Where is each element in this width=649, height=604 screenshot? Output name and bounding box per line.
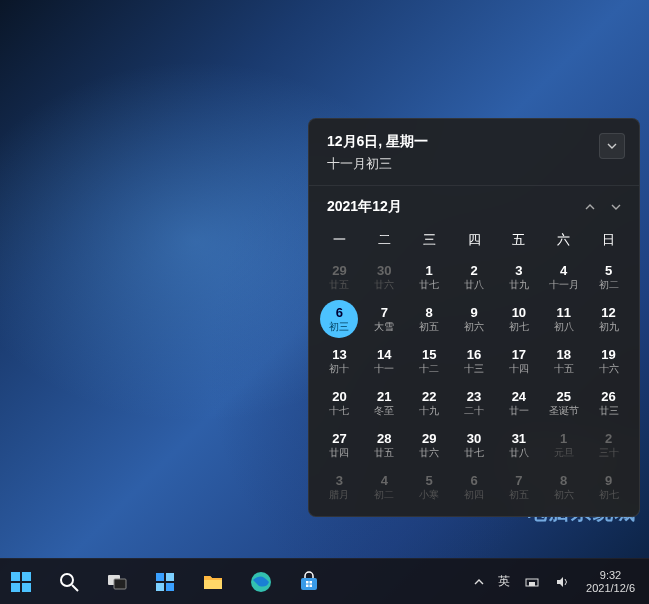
calendar-week-row: 6初三7大雪8初五9初六10初七11初八12初九 — [317, 298, 631, 340]
chevron-up-icon — [585, 203, 595, 211]
widgets-button[interactable] — [144, 562, 186, 602]
calendar-day[interactable]: 25圣诞节 — [541, 382, 586, 424]
calendar-day[interactable]: 2廿八 — [452, 256, 497, 298]
calendar-day-number: 15 — [422, 348, 436, 362]
calendar-day[interactable]: 29廿五 — [317, 256, 362, 298]
calendar-day[interactable]: 6初四 — [452, 466, 497, 508]
calendar-lunar-today: 十一月初三 — [327, 155, 621, 173]
calendar-day[interactable]: 8初五 — [407, 298, 452, 340]
calendar-day[interactable]: 15十二 — [407, 340, 452, 382]
calendar-day-number: 18 — [556, 348, 570, 362]
edge-button[interactable] — [240, 562, 282, 602]
calendar-day[interactable]: 31廿八 — [496, 424, 541, 466]
calendar-day[interactable]: 30廿七 — [452, 424, 497, 466]
calendar-day-lunar: 十七 — [329, 405, 349, 416]
calendar-day-number: 9 — [470, 306, 477, 320]
calendar-day-lunar: 十一 — [374, 363, 394, 374]
file-explorer-button[interactable] — [192, 562, 234, 602]
calendar-day-lunar: 廿九 — [509, 279, 529, 290]
next-month-button[interactable] — [611, 203, 621, 211]
calendar-day-lunar: 初五 — [509, 489, 529, 500]
calendar-day-lunar: 十九 — [419, 405, 439, 416]
network-icon[interactable] — [518, 562, 546, 602]
calendar-day[interactable]: 23二十 — [452, 382, 497, 424]
calendar-day-number: 6 — [470, 474, 477, 488]
svg-rect-14 — [306, 581, 309, 584]
calendar-day[interactable]: 21冬至 — [362, 382, 407, 424]
calendar-day[interactable]: 14十一 — [362, 340, 407, 382]
calendar-day-selected[interactable]: 6初三 — [320, 300, 358, 338]
calendar-day[interactable]: 11初八 — [541, 298, 586, 340]
tray-overflow-button[interactable] — [468, 562, 490, 602]
calendar-dow-cell: 日 — [586, 224, 631, 256]
calendar-date-today[interactable]: 12月6日, 星期一 — [327, 133, 621, 151]
taskbar-pinned-apps — [0, 559, 330, 604]
search-button[interactable] — [48, 562, 90, 602]
folder-icon — [201, 570, 225, 594]
calendar-day-lunar: 初九 — [599, 321, 619, 332]
calendar-day-lunar: 廿五 — [374, 447, 394, 458]
calendar-day[interactable]: 22十九 — [407, 382, 452, 424]
calendar-day-number: 16 — [467, 348, 481, 362]
calendar-day-number: 29 — [332, 264, 346, 278]
calendar-day[interactable]: 4初二 — [362, 466, 407, 508]
calendar-day[interactable]: 7大雪 — [362, 298, 407, 340]
calendar-day[interactable]: 3腊月 — [317, 466, 362, 508]
calendar-day[interactable]: 3廿九 — [496, 256, 541, 298]
calendar-day[interactable]: 20十七 — [317, 382, 362, 424]
calendar-day[interactable]: 12初九 — [586, 298, 631, 340]
calendar-day-lunar: 廿六 — [419, 447, 439, 458]
calendar-day-number: 5 — [605, 264, 612, 278]
calendar-day[interactable]: 29廿六 — [407, 424, 452, 466]
volume-icon[interactable] — [548, 562, 576, 602]
calendar-day-number: 10 — [512, 306, 526, 320]
calendar-day-lunar: 初八 — [554, 321, 574, 332]
calendar-day[interactable]: 1廿七 — [407, 256, 452, 298]
ime-indicator[interactable]: 英 — [492, 562, 516, 602]
collapse-button[interactable] — [599, 133, 625, 159]
calendar-day[interactable]: 16十三 — [452, 340, 497, 382]
calendar-day-number: 22 — [422, 390, 436, 404]
ethernet-icon — [524, 574, 540, 590]
task-view-button[interactable] — [96, 562, 138, 602]
start-button[interactable] — [0, 562, 42, 602]
calendar-day-number: 12 — [601, 306, 615, 320]
calendar-day[interactable]: 17十四 — [496, 340, 541, 382]
calendar-day-lunar: 初六 — [464, 321, 484, 332]
store-button[interactable] — [288, 562, 330, 602]
calendar-day[interactable]: 4十一月 — [541, 256, 586, 298]
calendar-day[interactable]: 28廿五 — [362, 424, 407, 466]
calendar-day[interactable]: 9初六 — [452, 298, 497, 340]
calendar-day[interactable]: 30廿六 — [362, 256, 407, 298]
calendar-day[interactable]: 24廿一 — [496, 382, 541, 424]
calendar-dow-cell: 三 — [407, 224, 452, 256]
taskbar-clock[interactable]: 9:32 2021/12/6 — [578, 562, 643, 602]
calendar-day-number: 30 — [377, 264, 391, 278]
store-icon — [297, 570, 321, 594]
calendar-day-lunar: 十五 — [554, 363, 574, 374]
calendar-day[interactable]: 8初六 — [541, 466, 586, 508]
calendar-day[interactable]: 27廿四 — [317, 424, 362, 466]
calendar-day[interactable]: 1元旦 — [541, 424, 586, 466]
calendar-day[interactable]: 26廿三 — [586, 382, 631, 424]
calendar-day[interactable]: 10初七 — [496, 298, 541, 340]
calendar-day[interactable]: 19十六 — [586, 340, 631, 382]
svg-rect-3 — [22, 583, 31, 592]
calendar-day[interactable]: 18十五 — [541, 340, 586, 382]
calendar-day-lunar: 十一月 — [549, 279, 579, 290]
calendar-day[interactable]: 2三十 — [586, 424, 631, 466]
prev-month-button[interactable] — [585, 203, 595, 211]
calendar-day[interactable]: 9初七 — [586, 466, 631, 508]
calendar-day[interactable]: 7初五 — [496, 466, 541, 508]
chevron-up-icon — [474, 577, 484, 587]
calendar-day[interactable]: 5小寒 — [407, 466, 452, 508]
search-icon — [57, 570, 81, 594]
calendar-day-lunar: 十四 — [509, 363, 529, 374]
calendar-week-row: 13初十14十一15十二16十三17十四18十五19十六 — [317, 340, 631, 382]
calendar-day[interactable]: 5初二 — [586, 256, 631, 298]
calendar-day-number: 31 — [512, 432, 526, 446]
calendar-day[interactable]: 13初十 — [317, 340, 362, 382]
calendar-month-label[interactable]: 2021年12月 — [327, 198, 402, 216]
calendar-week-row: 20十七21冬至22十九23二十24廿一25圣诞节26廿三 — [317, 382, 631, 424]
calendar-day-lunar: 廿五 — [329, 279, 349, 290]
